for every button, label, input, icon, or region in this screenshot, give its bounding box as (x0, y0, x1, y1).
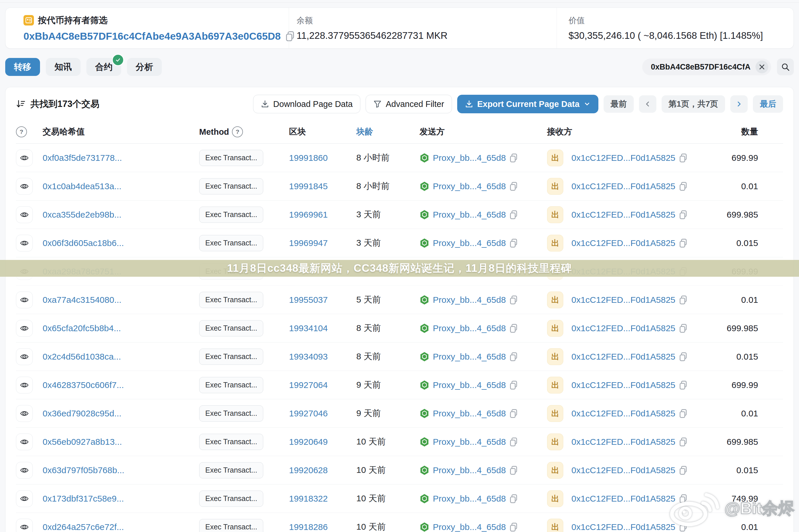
first-page-button[interactable]: 最前 (603, 95, 634, 113)
copy-icon[interactable] (509, 210, 518, 220)
tab-知讯[interactable]: 知讯 (46, 58, 80, 76)
copy-icon[interactable] (509, 153, 518, 163)
tab-转移[interactable]: 转移 (5, 58, 40, 76)
method-pill[interactable]: Exec Transact... (199, 519, 263, 532)
copy-icon[interactable] (509, 522, 518, 532)
tx-hash-link[interactable]: 0xa77a4c3154080... (43, 295, 122, 305)
view-transaction-button[interactable] (16, 405, 33, 422)
to-address-link[interactable]: 0x1cC12FED...F0d1A5825 (572, 522, 675, 532)
search-button[interactable] (777, 59, 794, 75)
from-address-link[interactable]: Proxy_bb...4_65d8 (433, 466, 506, 475)
copy-icon[interactable] (679, 295, 688, 305)
tx-hash-link[interactable]: 0x1c0ab4dea513a... (43, 182, 122, 191)
tx-hash-link[interactable]: 0x65cfa20fc5b8b4... (43, 323, 121, 333)
block-link[interactable]: 19991845 (289, 182, 328, 191)
copy-icon[interactable] (679, 182, 688, 191)
tx-hash-link[interactable]: 0xd264a257c6e72f... (43, 522, 124, 532)
view-transaction-button[interactable] (16, 434, 33, 450)
to-address-link[interactable]: 0x1cC12FED...F0d1A5825 (572, 182, 675, 191)
to-address-link[interactable]: 0x1cC12FED...F0d1A5825 (572, 408, 675, 418)
view-transaction-button[interactable] (16, 291, 33, 308)
copy-icon[interactable] (679, 352, 688, 362)
method-pill[interactable]: Exec Transact... (199, 178, 263, 194)
block-link[interactable]: 19927064 (289, 380, 328, 390)
view-transaction-button[interactable] (16, 490, 33, 507)
method-pill[interactable]: Exec Transact... (199, 348, 263, 365)
view-transaction-button[interactable] (16, 320, 33, 337)
method-pill[interactable]: Exec Transact... (199, 292, 263, 308)
from-address-link[interactable]: Proxy_bb...4_65d8 (433, 323, 506, 333)
method-pill[interactable]: Exec Transact... (199, 320, 263, 337)
to-address-link[interactable]: 0x1cC12FED...F0d1A5825 (572, 466, 675, 475)
block-link[interactable]: 19934093 (289, 352, 328, 361)
next-page-button[interactable] (730, 95, 748, 113)
view-transaction-button[interactable] (16, 150, 33, 166)
tx-hash-link[interactable]: 0x63d797f05b768b... (43, 466, 124, 475)
method-pill[interactable]: Exec Transact... (199, 491, 263, 507)
from-address-link[interactable]: Proxy_bb...4_65d8 (433, 494, 506, 504)
block-link[interactable]: 19927046 (289, 408, 328, 418)
to-address-link[interactable]: 0x1cC12FED...F0d1A5825 (572, 153, 675, 163)
last-page-button[interactable]: 最后 (753, 95, 783, 113)
sort-descending-icon[interactable] (16, 99, 26, 109)
block-link[interactable]: 19920628 (289, 466, 328, 475)
tx-hash-link[interactable]: 0x173dbf317c58e9... (43, 494, 124, 503)
tab-分析[interactable]: 分析 (127, 58, 162, 76)
from-address-link[interactable]: Proxy_bb...4_65d8 (433, 408, 506, 418)
to-address-link[interactable]: 0x1cC12FED...F0d1A5825 (572, 323, 675, 333)
tx-hash-link[interactable]: 0x06f3d605ac18b6... (43, 238, 124, 248)
to-address-link[interactable]: 0x1cC12FED...F0d1A5825 (572, 380, 675, 390)
copy-icon[interactable] (509, 494, 518, 504)
copy-icon[interactable] (679, 323, 688, 333)
from-address-link[interactable]: Proxy_bb...4_65d8 (433, 182, 506, 191)
from-address-link[interactable]: Proxy_bb...4_65d8 (433, 437, 506, 447)
method-pill[interactable]: Exec Transact... (199, 434, 263, 450)
copy-icon[interactable] (679, 466, 688, 475)
method-help-icon[interactable]: ? (232, 126, 243, 137)
block-link[interactable]: 19969961 (289, 210, 328, 220)
block-link[interactable]: 19918286 (289, 522, 328, 532)
method-pill[interactable]: Exec Transact... (199, 150, 263, 166)
block-link[interactable]: 19969947 (289, 238, 328, 248)
help-icon[interactable]: ? (16, 126, 27, 137)
copy-icon[interactable] (679, 238, 688, 248)
to-address-link[interactable]: 0x1cC12FED...F0d1A5825 (572, 210, 675, 220)
copy-icon[interactable] (509, 182, 518, 191)
copy-icon[interactable] (509, 408, 518, 418)
tx-hash-link[interactable]: 0xca355de2eb98b... (43, 210, 122, 220)
tx-hash-link[interactable]: 0x56eb0927a8b13... (43, 437, 122, 446)
tab-合约[interactable]: 合约 (87, 58, 121, 76)
copy-icon[interactable] (509, 323, 518, 333)
tx-hash-link[interactable]: 0x36ed79028c95d... (43, 408, 122, 418)
from-address-link[interactable]: Proxy_bb...4_65d8 (433, 238, 506, 248)
from-address-link[interactable]: Proxy_bb...4_65d8 (433, 153, 506, 163)
block-link[interactable]: 19934104 (289, 323, 328, 333)
copy-icon[interactable] (679, 408, 688, 418)
view-transaction-button[interactable] (16, 235, 33, 251)
tx-hash-link[interactable]: 0xf0a3f5de731778... (43, 153, 122, 163)
copy-icon[interactable] (509, 238, 518, 248)
clear-filter-button[interactable] (756, 60, 768, 73)
method-pill[interactable]: Exec Transact... (199, 235, 263, 251)
view-transaction-button[interactable] (16, 348, 33, 365)
view-transaction-button[interactable] (16, 178, 33, 195)
copy-icon[interactable] (679, 437, 688, 447)
copy-icon[interactable] (679, 153, 688, 163)
advanced-filter-button[interactable]: Advanced Filter (366, 95, 452, 113)
from-address-link[interactable]: Proxy_bb...4_65d8 (433, 522, 506, 532)
view-transaction-button[interactable] (16, 377, 33, 394)
copy-icon[interactable] (509, 466, 518, 475)
method-pill[interactable]: Exec Transact... (199, 462, 263, 478)
from-address-link[interactable]: Proxy_bb...4_65d8 (433, 380, 506, 390)
block-link[interactable]: 19918322 (289, 494, 328, 503)
download-page-data-button[interactable]: Download Page Data (253, 95, 360, 113)
to-address-link[interactable]: 0x1cC12FED...F0d1A5825 (572, 238, 675, 248)
tx-hash-link[interactable]: 0x46283750c606f7... (43, 380, 124, 390)
holder-address-link[interactable]: 0xBbA4C8eB57DF16c4CfAbe4e9A3Ab697A3e0C65… (23, 31, 281, 42)
block-link[interactable]: 19991860 (289, 153, 328, 163)
to-address-link[interactable]: 0x1cC12FED...F0d1A5825 (572, 494, 675, 504)
copy-icon[interactable] (679, 380, 688, 390)
copy-icon[interactable] (509, 437, 518, 447)
block-link[interactable]: 19920649 (289, 437, 328, 446)
col-header-age[interactable]: 块龄 (356, 126, 420, 138)
